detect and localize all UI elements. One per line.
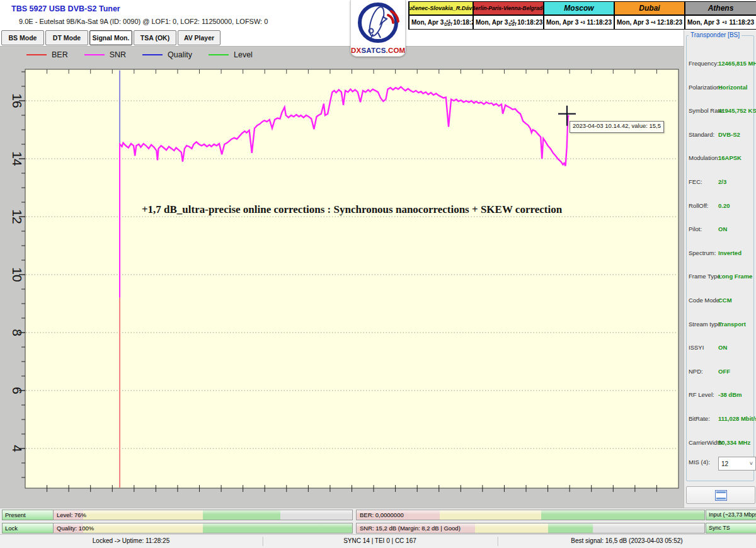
panel-list-button[interactable]: [686, 486, 755, 504]
field-label: RollOff:: [689, 202, 709, 209]
transponder-title: Transponder [BS]: [689, 31, 742, 38]
chevron-down-icon: ˅: [750, 460, 753, 467]
field-value: 111,028 Mbit/s: [718, 415, 756, 422]
bar-label: SNR: 15,2 dB (Margin: 8,2 dB | Good): [360, 523, 461, 533]
clock-hms: 10:18:23: [517, 19, 542, 26]
field-value: Long Frame: [718, 273, 752, 280]
clock-dubai: DubaiMon, Apr 3+412:18:23: [615, 2, 685, 29]
tbs-tuner-window: { "window": { "title": "TBS 5927 USB DVB…: [0, 0, 756, 548]
badge-input-23-73-mbps-: Input (~23,73 Mbps): [706, 510, 756, 520]
tz-dst: DST: [444, 23, 452, 26]
tab-av-player[interactable]: AV Player: [178, 30, 220, 45]
tab-dt-mode[interactable]: DT Mode: [45, 30, 88, 45]
clock-city: Dubai: [615, 2, 684, 16]
clock-date: Mon, Apr 3: [411, 19, 444, 26]
clock-city: Berlin-Paris-Vienna-Belgrade: [474, 2, 543, 16]
field-value: 16APSK: [718, 154, 742, 161]
field-label: Pilot:: [689, 225, 702, 232]
chart-annotation: +1,7 dB_ultra-precise online corrections…: [25, 203, 679, 216]
clock-date: Mon, Apr 3: [687, 19, 719, 26]
field-label: Frequency:: [689, 60, 719, 67]
clock-athens: AthensMon, Apr 3+311:18:23: [685, 2, 756, 29]
tz-dst: DST: [508, 23, 517, 26]
clock-date: Mon, Apr 3: [617, 19, 649, 26]
bar-label: Quality: 100%: [57, 523, 94, 533]
badge-present: Present: [2, 510, 54, 520]
mode-tabs: BS ModeDT ModeSignal Mon.TSA (OK)AV Play…: [1, 30, 220, 45]
clock-city: Athens: [685, 2, 756, 16]
clock-hms: 11:18:23: [587, 19, 612, 26]
field-value: 2/3: [718, 178, 726, 185]
satellite-dish-icon: [352, 0, 404, 45]
field-value: 41945,752 KS/s: [718, 107, 756, 114]
field-value: Horizontal: [718, 84, 747, 91]
statusbar-text: SYNC 14 | TEI 0 | CC 167: [343, 537, 416, 544]
clock-tz: +1DST: [508, 20, 517, 26]
field-label: Standard:: [689, 131, 714, 138]
field-value: OFF: [718, 368, 730, 375]
field-value: -38 dBm: [718, 391, 742, 398]
bar-label: Level: 76%: [57, 510, 86, 520]
world-clocks: Lučenec-Slovakia_R.DávidMon, Apr 3+1DST1…: [408, 1, 756, 30]
bar-shine: [357, 510, 704, 515]
field-label: FEC:: [689, 178, 702, 185]
clock-tz: +4: [651, 21, 655, 24]
field-label: RF Level:: [689, 391, 714, 398]
clock-tz: +3: [580, 21, 585, 24]
field-value: CCM: [718, 297, 732, 304]
clock-tz: +3: [722, 21, 726, 24]
field-value: DVB-S2: [718, 131, 740, 138]
field-value: ON: [718, 225, 727, 232]
logo-wordmark: DXSATCS.COM: [351, 47, 405, 54]
badge-lock: Lock: [2, 523, 54, 534]
field-label: BitRate:: [689, 415, 710, 422]
signal-monitor-chart[interactable]: 16141210864: [0, 46, 684, 508]
field-value: Transport: [718, 321, 746, 328]
clock-city: Moscow: [544, 2, 614, 16]
field-value: 0.20: [718, 202, 730, 209]
clock-berlin-paris-vienna-: Berlin-Paris-Vienna-BelgradeMon, Apr 3+1…: [474, 2, 544, 29]
field-value: ON: [718, 344, 727, 351]
statusbar-divider: [498, 537, 498, 546]
progress-bar: BER: 0,0000000: [356, 510, 705, 520]
clock-time: Mon, Apr 3+412:18:23: [615, 16, 684, 29]
statusbar: Locked -> Uptime: 11:28:25SYNC 14 | TEI …: [0, 534, 756, 548]
field-label: ISSYI: [689, 344, 704, 351]
tab-bs-mode[interactable]: BS Mode: [1, 30, 44, 45]
statusbar-text: Best signal: 16,5 dB (2023-04-03 05:52): [571, 537, 682, 544]
dxsatcs-logo: DXSATCS.COM: [350, 0, 406, 57]
progress-bar: Quality: 100%: [53, 523, 353, 534]
field-label: Code Mode:: [689, 297, 721, 304]
field-label: NPD:: [689, 368, 703, 375]
clock-date: Mon, Apr 3: [546, 19, 578, 26]
clock-tz: +1DST: [444, 20, 452, 26]
mis-select[interactable]: 12 ˅: [718, 457, 756, 471]
tab-tsa-ok-[interactable]: TSA (OK): [134, 30, 176, 45]
badge-sync-ts: Sync TS: [706, 523, 756, 534]
clock-time: Mon, Apr 3+311:18:23: [544, 16, 614, 29]
field-value: 50,334 MHz: [718, 439, 750, 446]
field-value: 12465,815 MHz: [718, 60, 756, 67]
bar-shine: [54, 510, 352, 515]
field-label: Frame Type:: [689, 273, 722, 280]
tz-offset: +3: [580, 21, 585, 24]
chart-tooltip: 2023-04-03 10.14.42, value: 15,5: [570, 121, 664, 133]
clock-hms: 11:18:23: [730, 19, 754, 26]
tab-signal-mon-[interactable]: Signal Mon.: [89, 30, 132, 45]
mis-value: 12: [721, 460, 728, 467]
statusbar-text: Locked -> Uptime: 11:28:25: [93, 537, 169, 544]
clock-time: Mon, Apr 3+1DST10:18:23: [474, 16, 543, 29]
field-label: Modulation:: [689, 154, 719, 161]
statusbar-divider: [263, 537, 263, 546]
clock-hms: 12:18:23: [657, 19, 682, 26]
bar-shine: [54, 523, 352, 528]
transponder-groupbox: [686, 35, 754, 481]
tuner-subtitle: 9.0E - Eutelsat 9B/Ka-Sat 9A (ID: 0090) …: [19, 18, 268, 25]
clock-date: Mon, Apr 3: [476, 19, 508, 26]
clock-time: Mon, Apr 3+1DST10:18:23: [410, 16, 472, 29]
list-icon: [715, 490, 727, 501]
clock-time: Mon, Apr 3+311:18:23: [685, 16, 756, 29]
mis-label: MIS (4):: [689, 459, 710, 465]
clock-lu-enec-slovakia-r-d: Lučenec-Slovakia_R.DávidMon, Apr 3+1DST1…: [409, 2, 474, 29]
field-value: Inverted: [718, 249, 742, 256]
